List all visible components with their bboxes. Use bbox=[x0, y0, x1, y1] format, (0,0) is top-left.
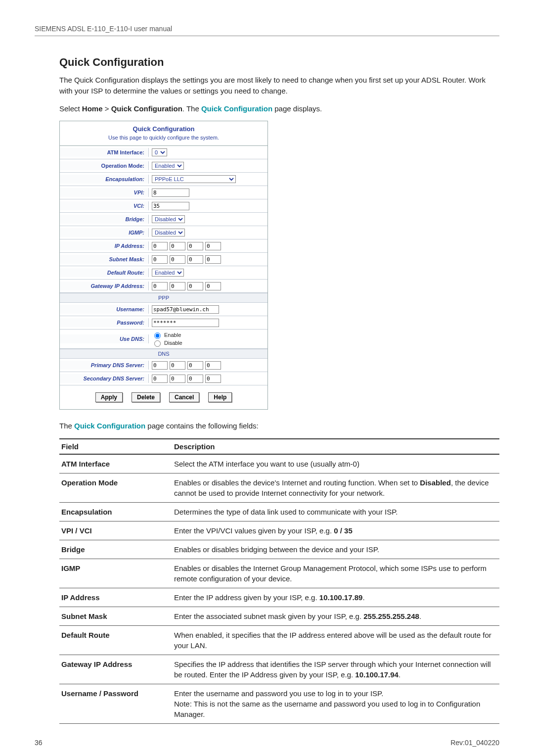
input-gwip-3[interactable] bbox=[205, 282, 221, 290]
field-desc: Select the ATM interface you want to use… bbox=[172, 454, 499, 473]
select-bridge[interactable]: Disabled bbox=[152, 215, 185, 223]
label-pdns: Primary DNS Server: bbox=[60, 361, 149, 370]
table-description: The Quick Configuration page contains th… bbox=[59, 421, 499, 431]
label-username: Username: bbox=[60, 305, 149, 314]
fields-table: Field Description ATM InterfaceSelect th… bbox=[59, 438, 499, 724]
label-ip: IP Address: bbox=[60, 241, 149, 250]
qc-title: Quick Configuration bbox=[60, 121, 267, 135]
input-sdns-2[interactable] bbox=[187, 375, 203, 383]
label-vpi: VPI: bbox=[60, 188, 149, 197]
navigation-instruction: Select Home > Quick Configuration. The Q… bbox=[59, 103, 499, 114]
revision: Rev:01_040220 bbox=[450, 739, 499, 747]
field-name: IGMP bbox=[59, 559, 172, 588]
select-igmp[interactable]: Disabled bbox=[152, 229, 185, 236]
label-gwip: Gateway IP Address: bbox=[60, 282, 149, 290]
input-ip-0[interactable] bbox=[152, 242, 168, 250]
label-defroute: Default Route: bbox=[60, 268, 149, 277]
label-encap: Encapsulation: bbox=[60, 175, 149, 184]
select-opmode[interactable]: Enabled bbox=[152, 162, 184, 170]
field-desc: Enter the VPI/VCI values given by your I… bbox=[172, 521, 499, 540]
input-subnet-2[interactable] bbox=[187, 255, 203, 264]
field-name: Subnet Mask bbox=[59, 607, 172, 626]
field-name: Encapsulation bbox=[59, 503, 172, 521]
radio-dns-disable[interactable] bbox=[154, 340, 161, 347]
input-gwip-0[interactable] bbox=[152, 282, 168, 290]
field-desc: Enter the username and password you use … bbox=[172, 684, 499, 724]
label-sdns: Secondary DNS Server: bbox=[60, 374, 149, 383]
input-pdns-3[interactable] bbox=[205, 361, 221, 370]
input-sdns-0[interactable] bbox=[152, 375, 168, 383]
table-row: Gateway IP AddressSpecifies the IP addre… bbox=[59, 655, 499, 684]
table-row: IGMPEnables or disables the Internet Gro… bbox=[59, 559, 499, 588]
field-name: Bridge bbox=[59, 540, 172, 559]
input-username[interactable] bbox=[152, 305, 219, 314]
intro-paragraph: The Quick Configuration displays the set… bbox=[59, 75, 499, 96]
input-subnet-3[interactable] bbox=[205, 255, 221, 264]
page-number: 36 bbox=[35, 739, 43, 747]
table-row: Operation ModeEnables or disables the de… bbox=[59, 473, 499, 503]
field-desc: Enables or disables bridging between the… bbox=[172, 540, 499, 559]
label-password: Password: bbox=[60, 318, 149, 327]
table-row: VPI / VCIEnter the VPI/VCI values given … bbox=[59, 521, 499, 540]
field-desc: Specifies the IP address that identifies… bbox=[172, 655, 499, 684]
table-row: BridgeEnables or disables bridging betwe… bbox=[59, 540, 499, 559]
select-defroute[interactable]: Enabled bbox=[152, 269, 184, 277]
table-row: Default RouteWhen enabled, it specifies … bbox=[59, 626, 499, 655]
label-usedns: Use DNS: bbox=[60, 334, 149, 343]
input-vci[interactable] bbox=[152, 202, 189, 210]
input-subnet-1[interactable] bbox=[170, 255, 185, 264]
ppp-section: PPP bbox=[60, 293, 267, 303]
field-name: Default Route bbox=[59, 626, 172, 655]
field-desc: Enables or disables the device's Interne… bbox=[172, 473, 499, 503]
table-row: Username / PasswordEnter the username an… bbox=[59, 684, 499, 724]
table-row: ATM InterfaceSelect the ATM interface yo… bbox=[59, 454, 499, 473]
input-pdns-2[interactable] bbox=[187, 361, 203, 370]
label-vci: VCI: bbox=[60, 201, 149, 210]
help-button[interactable]: Help bbox=[208, 392, 232, 402]
input-subnet-0[interactable] bbox=[152, 255, 168, 264]
th-field: Field bbox=[59, 439, 172, 454]
input-gwip-1[interactable] bbox=[170, 282, 185, 290]
apply-button[interactable]: Apply bbox=[95, 392, 123, 402]
th-desc: Description bbox=[172, 439, 499, 454]
field-name: Operation Mode bbox=[59, 473, 172, 503]
input-ip-3[interactable] bbox=[205, 242, 221, 250]
label-igmp: IGMP: bbox=[60, 228, 149, 237]
table-row: Subnet MaskEnter the associated subnet m… bbox=[59, 607, 499, 626]
field-desc: Enter the associated subnet mask given b… bbox=[172, 607, 499, 626]
radio-dns-enable-label[interactable]: Enable bbox=[152, 331, 181, 339]
input-sdns-3[interactable] bbox=[205, 375, 221, 383]
dns-section: DNS bbox=[60, 349, 267, 359]
input-vpi[interactable] bbox=[152, 189, 189, 197]
radio-dns-enable[interactable] bbox=[154, 332, 161, 339]
label-opmode: Operation Mode: bbox=[60, 161, 149, 170]
label-subnet: Subnet Mask: bbox=[60, 255, 149, 264]
input-password[interactable] bbox=[152, 319, 219, 327]
input-pdns-0[interactable] bbox=[152, 361, 168, 370]
field-desc: Determines the type of data link used to… bbox=[172, 503, 499, 521]
running-header: SIEMENS ADSL E-110_E-110-I user manual bbox=[35, 25, 499, 36]
cancel-button[interactable]: Cancel bbox=[169, 392, 199, 402]
input-ip-2[interactable] bbox=[187, 242, 203, 250]
field-desc: Enables or disables the Internet Group M… bbox=[172, 559, 499, 588]
page-footer: 36 Rev:01_040220 bbox=[35, 739, 499, 747]
field-desc: When enabled, it specifies that the IP a… bbox=[172, 626, 499, 655]
label-bridge: Bridge: bbox=[60, 215, 149, 224]
section-title: Quick Configuration bbox=[59, 56, 499, 69]
table-row: IP AddressEnter the IP address given by … bbox=[59, 588, 499, 607]
input-sdns-1[interactable] bbox=[170, 375, 185, 383]
input-ip-1[interactable] bbox=[170, 242, 185, 250]
input-pdns-1[interactable] bbox=[170, 361, 185, 370]
label-atm: ATM Interface: bbox=[60, 148, 149, 157]
qc-subtitle: Use this page to quickly configure the s… bbox=[60, 135, 267, 145]
field-name: VPI / VCI bbox=[59, 521, 172, 540]
field-name: ATM Interface bbox=[59, 454, 172, 473]
select-atm[interactable]: 0 bbox=[152, 148, 167, 156]
field-desc: Enter the IP address given by your ISP, … bbox=[172, 588, 499, 607]
select-encap[interactable]: PPPoE LLC bbox=[152, 175, 236, 183]
input-gwip-2[interactable] bbox=[187, 282, 203, 290]
field-name: IP Address bbox=[59, 588, 172, 607]
field-name: Gateway IP Address bbox=[59, 655, 172, 684]
delete-button[interactable]: Delete bbox=[132, 392, 160, 402]
radio-dns-disable-label[interactable]: Disable bbox=[152, 339, 182, 347]
